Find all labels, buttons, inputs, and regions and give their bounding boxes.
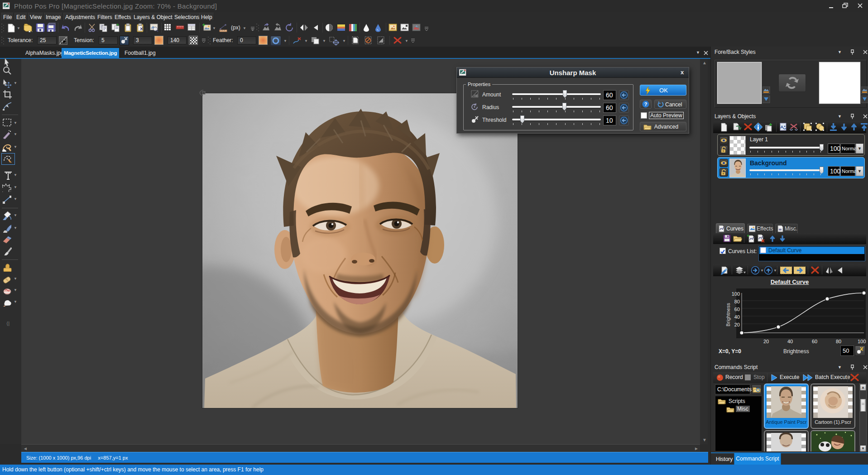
svg-text:?: ? [644,101,647,107]
